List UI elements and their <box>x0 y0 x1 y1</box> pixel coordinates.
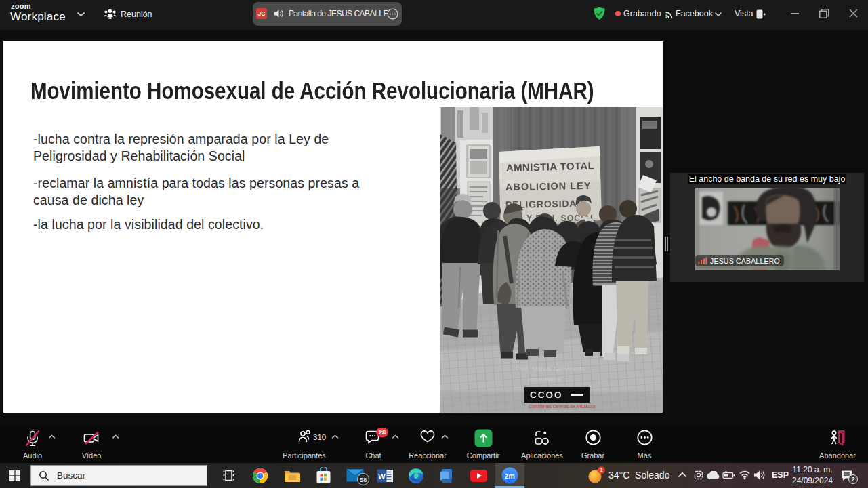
svg-text:Comisiones Obreras de Andalucí: Comisiones Obreras de Andalucía <box>529 404 596 409</box>
svg-text:zm: zm <box>505 472 515 480</box>
svg-text:ABOLICION LEY: ABOLICION LEY <box>505 180 592 192</box>
svg-text:W: W <box>378 472 386 481</box>
svg-text:AMNISTIA TOTAL: AMNISTIA TOTAL <box>506 160 595 174</box>
svg-text:archivo Histórico: archivo Histórico <box>528 377 560 382</box>
svg-text:CCOO: CCOO <box>530 390 563 400</box>
svg-text:Foto: Manuv Sanvicente: Foto: Manuv Sanvicente <box>516 365 585 372</box>
